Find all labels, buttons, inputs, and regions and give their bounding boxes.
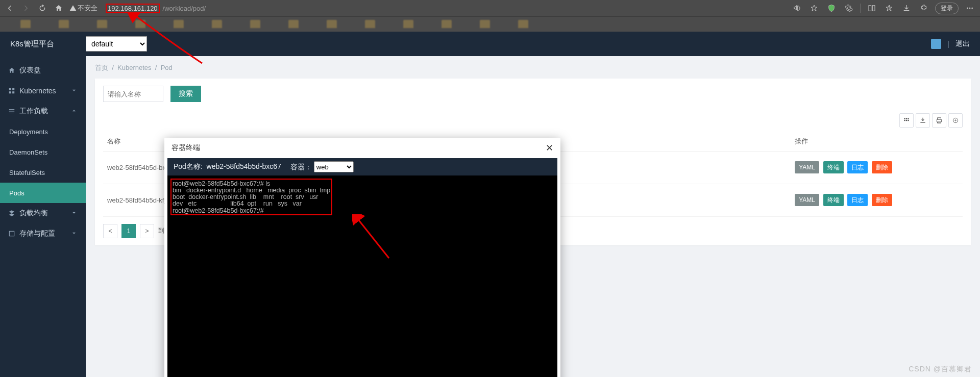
favorite-icon[interactable]	[808, 2, 820, 14]
svg-rect-0	[869, 6, 871, 11]
modal-title: 容器终端	[172, 143, 200, 153]
svg-rect-10	[904, 118, 905, 119]
insecure-icon: 不安全	[69, 4, 97, 13]
more-icon[interactable]	[964, 2, 976, 14]
log-button[interactable]: 日志	[847, 161, 868, 173]
sidebar-item-loadbalance[interactable]: 负载均衡	[0, 203, 86, 223]
svg-rect-7	[9, 91, 11, 93]
export-button[interactable]	[916, 113, 930, 128]
sidebar-item-storage[interactable]: 存储与配置	[0, 223, 86, 244]
sidebar-item-kubernetes[interactable]: Kubernetes	[0, 81, 86, 101]
page-1[interactable]: 1	[121, 224, 136, 238]
terminal-header: Pod名称: web2-58fd54b5d-bxc67 容器： web	[167, 158, 557, 175]
svg-rect-14	[906, 120, 907, 121]
container-label: 容器：	[290, 163, 312, 171]
yaml-button[interactable]: YAML	[795, 194, 819, 206]
avatar[interactable]	[931, 39, 941, 49]
namespace-select[interactable]: default	[86, 36, 147, 52]
breadcrumb-home[interactable]: 首页	[95, 64, 108, 71]
home-button[interactable]	[53, 3, 64, 14]
pod-label: Pod名称:	[174, 162, 203, 170]
svg-rect-8	[12, 91, 14, 93]
print-button[interactable]	[932, 113, 946, 128]
logout-link[interactable]: 退出	[955, 39, 970, 48]
refresh-table-button[interactable]	[948, 113, 963, 128]
svg-rect-5	[9, 88, 11, 90]
search-button[interactable]: 搜索	[170, 86, 201, 102]
svg-point-17	[955, 120, 956, 121]
breadcrumb-mid[interactable]: Kubernetes	[117, 64, 152, 71]
next-page[interactable]: >	[140, 224, 154, 238]
brand-title: K8s管理平台	[10, 39, 86, 49]
shield-icon[interactable]	[825, 2, 838, 14]
collections-icon[interactable]	[883, 2, 895, 14]
browser-login-button[interactable]: 登录	[935, 3, 959, 14]
svg-rect-9	[9, 231, 14, 236]
app-header: K8s管理平台 default | 退出	[0, 32, 980, 56]
svg-rect-1	[872, 6, 875, 11]
sidebar-item-daemonsets[interactable]: DaemonSets	[0, 142, 86, 162]
sidebar-label-dashboard: 仪表盘	[19, 66, 41, 75]
yaml-button[interactable]: YAML	[795, 161, 819, 173]
log-button[interactable]: 日志	[847, 194, 868, 206]
forward-button[interactable]	[20, 3, 32, 14]
svg-rect-6	[12, 88, 14, 90]
sidebar-label-workload: 工作负载	[19, 107, 48, 116]
browser-toolbar: 不安全 192.168.161.120/workload/pod/ 登录	[0, 0, 980, 16]
sidebar-item-statefulsets[interactable]: StatefulSets	[0, 162, 86, 183]
close-icon[interactable]: ✕	[546, 142, 553, 154]
terminal-output[interactable]: root@web2-58fd54b5d-bxc67:/# ls bin dock…	[167, 175, 557, 377]
bookmarks-bar	[0, 16, 980, 32]
svg-point-16	[953, 118, 958, 122]
url-ip-highlight: 192.168.161.120	[106, 4, 160, 13]
sidebar-label-storage: 存储与配置	[19, 229, 55, 238]
breadcrumb-current: Pod	[161, 64, 173, 71]
sidebar-item-dashboard[interactable]: 仪表盘	[0, 60, 86, 81]
svg-rect-13	[904, 120, 905, 121]
svg-rect-12	[908, 118, 909, 119]
svg-point-3	[969, 8, 970, 9]
sidebar: 仪表盘 Kubernetes 工作负载 Deployments DaemonSe…	[0, 56, 86, 377]
terminal-modal: 容器终端 ✕ Pod名称: web2-58fd54b5d-bxc67 容器： w…	[164, 138, 560, 377]
split-icon[interactable]	[866, 2, 878, 14]
columns-button[interactable]	[899, 113, 914, 128]
svg-rect-15	[908, 120, 909, 121]
sidebar-label-kubernetes: Kubernetes	[19, 87, 56, 95]
terminal-button[interactable]: 终端	[823, 161, 844, 173]
address-bar[interactable]: 不安全 192.168.161.120/workload/pod/	[69, 4, 206, 13]
terminal-button[interactable]: 终端	[823, 194, 844, 206]
svg-point-2	[967, 8, 968, 9]
chevron-down-icon	[70, 230, 78, 238]
chevron-down-icon	[70, 87, 78, 95]
settings-icon[interactable]	[843, 2, 855, 14]
sidebar-item-pods[interactable]: Pods	[0, 183, 86, 203]
extensions-icon[interactable]	[918, 2, 930, 14]
search-input[interactable]	[103, 86, 163, 102]
container-select[interactable]: web	[314, 161, 354, 172]
chevron-down-icon	[70, 209, 78, 218]
delete-button[interactable]: 删除	[872, 194, 892, 206]
sidebar-label-loadbalance: 负载均衡	[19, 209, 48, 218]
sidebar-item-deployments[interactable]: Deployments	[0, 121, 86, 142]
insecure-label: 不安全	[78, 4, 97, 13]
delete-button[interactable]: 删除	[872, 161, 892, 173]
sidebar-item-workload[interactable]: 工作负载	[0, 101, 86, 121]
downloads-icon[interactable]	[900, 2, 913, 14]
pod-name: web2-58fd54b5d-bxc67	[207, 162, 281, 170]
chevron-up-icon	[70, 107, 78, 116]
col-ops: 操作	[791, 132, 963, 151]
svg-point-4	[972, 8, 973, 9]
url-path: /workload/pod/	[163, 5, 206, 12]
table-toolbar	[103, 113, 963, 128]
back-button[interactable]	[4, 3, 15, 14]
read-aloud-icon[interactable]	[791, 2, 803, 14]
breadcrumb: 首页 / Kubernetes / Pod	[95, 63, 971, 72]
refresh-button[interactable]	[37, 3, 48, 14]
prev-page[interactable]: <	[103, 224, 117, 238]
svg-rect-11	[906, 118, 907, 119]
